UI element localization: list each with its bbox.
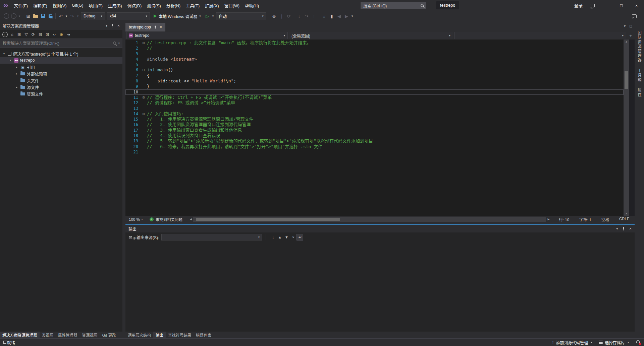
code-line[interactable]: 10 bbox=[125, 89, 624, 95]
menu-item[interactable]: 视图(V) bbox=[50, 0, 69, 11]
pin-tab-icon[interactable] bbox=[154, 25, 157, 29]
member-dropdown[interactable]: ▾ bbox=[454, 32, 626, 39]
home-icon[interactable]: ⌂ bbox=[9, 31, 15, 38]
autohide-tab[interactable]: 属性 bbox=[637, 88, 642, 97]
fold-marker-icon[interactable]: ⊟ bbox=[140, 95, 147, 100]
tree-item[interactable]: 头文件 bbox=[0, 77, 122, 84]
clear-all-icon[interactable]: × bbox=[290, 234, 297, 240]
background-tasks-icon[interactable] bbox=[3, 341, 7, 344]
code-line[interactable]: 21 bbox=[125, 149, 624, 155]
autohide-tab[interactable]: 工具箱 bbox=[637, 69, 642, 82]
search-options-dropdown-icon[interactable]: ▾ bbox=[118, 42, 120, 45]
line-number[interactable]: 1 bbox=[125, 40, 140, 46]
save-all-icon[interactable] bbox=[47, 12, 54, 20]
tree-item[interactable]: ▸外部依赖项 bbox=[0, 70, 122, 77]
tree-item[interactable]: ▸源文件 bbox=[0, 84, 122, 90]
view-code-icon[interactable]: ‹› bbox=[51, 31, 58, 38]
tool-window-tab[interactable]: Git 更改 bbox=[100, 332, 118, 338]
code-line[interactable]: 18// 4. 使用错误列表窗口查看错误 bbox=[125, 133, 624, 138]
code-line[interactable]: 16// 2. 使用团队资源管理器窗口连接到源代码管理 bbox=[125, 122, 624, 127]
preview-icon[interactable]: ⇥ bbox=[65, 31, 72, 38]
prev-bookmark-icon[interactable]: ◀ bbox=[335, 12, 343, 20]
run-options-dropdown-icon[interactable]: ▾ bbox=[211, 12, 215, 20]
save-icon[interactable] bbox=[39, 12, 47, 20]
menu-item[interactable]: 窗口(W) bbox=[222, 0, 242, 11]
filter-icon[interactable]: ▽ bbox=[23, 31, 30, 38]
close-icon[interactable]: × bbox=[117, 23, 120, 28]
solution-explorer-header[interactable]: 解决方案资源管理器 ▾ × bbox=[0, 21, 122, 30]
char-indicator[interactable]: 字符: 1 bbox=[579, 217, 591, 222]
output-source-dropdown[interactable]: ▾ bbox=[161, 234, 262, 240]
code-line[interactable]: 15// 1. 使用解决方案资源管理器窗口添加/管理文件 bbox=[125, 117, 624, 122]
menu-item[interactable]: 帮助(H) bbox=[242, 0, 262, 11]
tree-item[interactable]: ▾解决方案"testrepo"(1 个项目/共 1 个) bbox=[0, 50, 122, 57]
nav-history-dropdown-icon[interactable]: ▾ bbox=[17, 12, 21, 20]
tree-item[interactable]: ▾++testrepo bbox=[0, 57, 122, 64]
undo-icon[interactable]: ↶ bbox=[57, 12, 64, 20]
nav-back-icon[interactable]: ← bbox=[3, 12, 10, 20]
line-indicator[interactable]: 行: 10 bbox=[559, 217, 569, 222]
pin-icon[interactable] bbox=[111, 24, 114, 28]
redo-dropdown-icon[interactable]: ▾ bbox=[76, 12, 80, 20]
attach-process-icon[interactable]: ⊕ bbox=[270, 12, 278, 20]
fold-marker-icon[interactable]: ⊟ bbox=[140, 40, 147, 46]
menu-item[interactable]: 生成(B) bbox=[105, 0, 125, 11]
minimize-button[interactable]: — bbox=[599, 0, 614, 11]
sign-in-button[interactable]: 登录 bbox=[571, 2, 586, 9]
code-line[interactable]: 14⊟// 入门使用技巧: bbox=[125, 111, 624, 117]
code-line[interactable]: 7{ bbox=[125, 73, 624, 78]
step-into-icon[interactable]: ↓ bbox=[296, 12, 303, 20]
add-to-source-control-button[interactable]: ↑ 添加到源代码管理 ▲ bbox=[549, 340, 596, 345]
line-number[interactable]: 7 bbox=[125, 73, 140, 78]
line-number[interactable]: 3 bbox=[125, 51, 140, 57]
new-project-icon[interactable]: ⊞ bbox=[24, 12, 32, 20]
menu-item[interactable]: 测试(S) bbox=[144, 0, 164, 11]
code-line[interactable]: 20// 6. 将来，若要再次打开此项目，请转到"文件">"打开">"项目"并选… bbox=[125, 144, 624, 149]
window-position-icon[interactable]: ▾ bbox=[616, 227, 618, 230]
document-health-indicator[interactable]: ✓ 未找到相关问题 bbox=[146, 217, 186, 222]
bottom-panel-tab[interactable]: 调用层次结构 bbox=[125, 332, 153, 338]
toolbar-overflow-icon[interactable]: ▾ bbox=[350, 12, 354, 20]
scope-dropdown[interactable]: (全局范围) ▾ bbox=[289, 32, 453, 39]
scroll-to-last-icon[interactable]: ↓ bbox=[270, 234, 276, 240]
vertical-scrollbar[interactable]: ▲ ▼ bbox=[624, 40, 629, 216]
document-tab[interactable]: testrepo.cpp × bbox=[125, 23, 165, 31]
feedback-icon[interactable] bbox=[590, 4, 595, 7]
code-line[interactable]: 9} bbox=[125, 84, 624, 89]
line-number[interactable]: 8 bbox=[125, 78, 140, 84]
code-line[interactable]: 19// 5. 转到"项目">"添加新项"以创建新的代码文件，或转到"项目">"… bbox=[125, 138, 624, 144]
tool-window-tab[interactable]: 属性管理器 bbox=[56, 332, 80, 338]
menu-item[interactable]: 编辑(E) bbox=[31, 0, 50, 11]
chevron-expanded-icon[interactable]: ▾ bbox=[8, 59, 12, 62]
notifications-bell-icon[interactable] bbox=[636, 340, 641, 345]
tree-item[interactable]: ▸▣引用 bbox=[0, 64, 122, 70]
close-button[interactable]: × bbox=[629, 0, 644, 11]
code-line[interactable]: 12// 调试程序: F5 或调试 >“开始调试”菜单 bbox=[125, 100, 624, 106]
tool-window-tab[interactable]: 解决方案资源管理器 bbox=[0, 332, 40, 338]
line-number[interactable]: 4 bbox=[125, 57, 140, 62]
line-number[interactable]: 19 bbox=[125, 138, 140, 144]
menu-item[interactable]: Git(G) bbox=[69, 0, 86, 11]
horizontal-scrollbar[interactable]: ◀ ▶ bbox=[189, 217, 551, 222]
menu-item[interactable]: 工具(T) bbox=[183, 0, 202, 11]
line-number[interactable]: 17 bbox=[125, 128, 140, 133]
line-number[interactable]: 14 bbox=[125, 111, 140, 117]
code-line[interactable]: 13 bbox=[125, 106, 624, 111]
bottom-panel-tab[interactable]: 错误列表 bbox=[194, 332, 214, 338]
code-line[interactable]: 2// bbox=[125, 46, 624, 51]
project-dropdown[interactable]: ++ testrepo ▾ bbox=[126, 32, 288, 39]
line-number[interactable]: 18 bbox=[125, 133, 140, 138]
line-number[interactable]: 6 bbox=[125, 67, 140, 73]
line-number[interactable]: 5 bbox=[125, 62, 140, 67]
code-line[interactable]: 11⊟// 运行程序: Ctrl + F5 或调试 >“开始执行(不调试)”菜单 bbox=[125, 95, 624, 100]
open-file-icon[interactable] bbox=[32, 12, 39, 20]
code-line[interactable]: 6⊟int main() bbox=[125, 67, 624, 73]
autohide-tab[interactable]: 团队资源管理器 bbox=[637, 31, 642, 63]
platform-dropdown[interactable]: x64▾ bbox=[107, 12, 150, 20]
window-position-icon[interactable]: ▾ bbox=[106, 24, 107, 27]
bookmark-icon[interactable]: ▮ bbox=[328, 12, 335, 20]
horizontal-scroll-thumb[interactable] bbox=[196, 218, 340, 221]
code-line[interactable]: 4#include <iostream> bbox=[125, 57, 624, 62]
menu-item[interactable]: 扩展(X) bbox=[202, 0, 222, 11]
code-line[interactable]: 17// 3. 使用输出窗口查看生成输出和其他消息 bbox=[125, 128, 624, 133]
